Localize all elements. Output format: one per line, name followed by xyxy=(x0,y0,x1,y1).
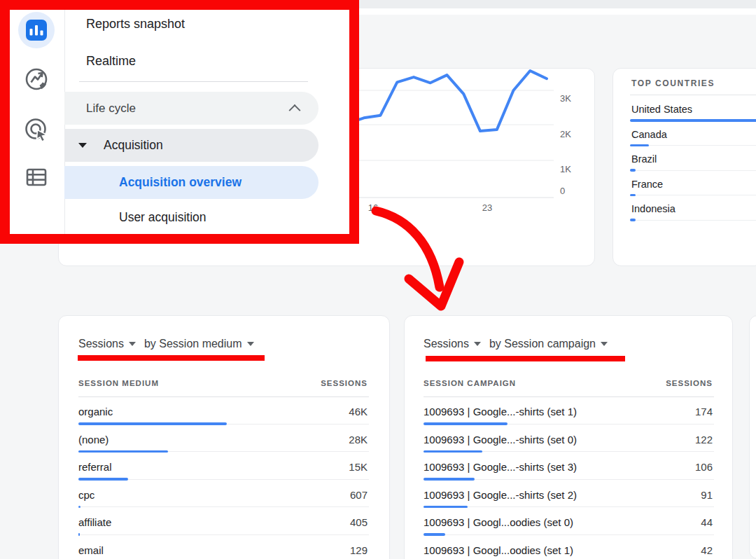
row-value: 122 xyxy=(657,434,713,446)
row-label: organic xyxy=(78,406,113,417)
country-label: Indonesia xyxy=(631,203,676,214)
row-value: 28K xyxy=(312,434,368,446)
row-value: 46K xyxy=(312,406,368,417)
svg-text:3K: 3K xyxy=(560,93,571,104)
card-header: Sessions by Session campaign xyxy=(424,338,608,350)
chevron-down-icon xyxy=(129,342,136,346)
nav-report-user-acquisition[interactable]: User acquisition xyxy=(119,203,206,231)
dimension-label: by Session medium xyxy=(144,338,242,350)
nav-label: User acquisition xyxy=(119,210,206,225)
metric-selector[interactable]: Sessions xyxy=(78,338,136,350)
divider xyxy=(630,95,756,95)
dimension-selector[interactable]: by Session campaign xyxy=(489,338,608,350)
row-label: 1009693 | Google...-shirts (set 0) xyxy=(424,434,577,446)
row-label: 1009693 | Google...-shirts (set 1) xyxy=(424,406,577,417)
row-value: 44 xyxy=(657,516,713,528)
dimension-label: by Session campaign xyxy=(489,338,596,350)
row-bar xyxy=(78,422,227,425)
country-bar xyxy=(630,219,636,221)
card-header: Sessions by Session medium xyxy=(78,338,254,350)
row-label: 1009693 | Googl...oodies (set 1) xyxy=(424,544,573,556)
row-label: email xyxy=(78,544,104,556)
row-divider xyxy=(424,534,714,535)
explore-icon[interactable] xyxy=(24,67,49,92)
next-card-edge xyxy=(749,315,756,559)
top-countries-title: TOP COUNTRIES xyxy=(631,78,715,88)
row-value: 42 xyxy=(657,544,713,556)
nav-label: Acquisition xyxy=(104,138,163,153)
row-label: cpc xyxy=(78,489,94,501)
country-bar xyxy=(630,169,636,172)
nav-item-reports-snapshot[interactable]: Reports snapshot xyxy=(86,10,185,38)
metric-label: Sessions xyxy=(424,338,469,350)
nav-topic-acquisition[interactable]: Acquisition xyxy=(64,129,318,162)
nav-report-acquisition-overview[interactable]: Acquisition overview xyxy=(64,166,318,199)
sessions-by-medium-card: Sessions by Session medium SESSION MEDIU… xyxy=(58,315,390,559)
metric-label: Sessions xyxy=(78,338,124,350)
svg-text:0: 0 xyxy=(560,186,565,196)
sessions-by-campaign-card: Sessions by Session campaign SESSION CAM… xyxy=(404,315,733,559)
metric-selector[interactable]: Sessions xyxy=(424,338,481,350)
chevron-down-icon xyxy=(474,342,481,346)
nav-label: Acquisition overview xyxy=(119,175,241,190)
row-bar xyxy=(78,450,168,453)
advertising-icon[interactable] xyxy=(24,117,49,142)
chevron-down-icon xyxy=(601,342,608,346)
svg-text:16: 16 xyxy=(368,202,378,213)
bar-track xyxy=(630,170,756,171)
row-label: 1009693 | Google...-shirts (set 3) xyxy=(424,461,577,473)
country-bar xyxy=(630,119,756,122)
dimension-selector[interactable]: by Session medium xyxy=(144,338,254,350)
divider xyxy=(78,396,369,397)
country-label: Brazil xyxy=(631,153,657,165)
ga4-acquisition-screenshot: { "colors": { "annotation_red": "#f90505… xyxy=(0,0,756,559)
row-label: 1009693 | Google...-shirts (set 2) xyxy=(424,489,577,501)
svg-text:1K: 1K xyxy=(560,164,571,174)
row-label: referral xyxy=(78,461,112,473)
row-value: 91 xyxy=(657,489,713,501)
bar-track xyxy=(630,195,756,195)
row-bar xyxy=(78,478,128,481)
top-countries-card: TOP COUNTRIES United StatesCanadaBrazilF… xyxy=(612,68,756,266)
row-value: 405 xyxy=(312,516,368,528)
red-underline-annotation xyxy=(78,355,265,361)
svg-text:2K: 2K xyxy=(560,129,571,139)
row-value: 129 xyxy=(312,544,368,556)
divider xyxy=(79,81,308,82)
row-value: 607 xyxy=(312,489,368,501)
row-value: 15K xyxy=(312,461,368,473)
column-header-dimension: SESSION MEDIUM xyxy=(78,379,159,387)
chevron-up-icon[interactable] xyxy=(289,104,301,116)
row-bar xyxy=(424,478,475,481)
nav-label: Realtime xyxy=(86,54,136,69)
nav-item-realtime[interactable]: Realtime xyxy=(86,47,136,75)
row-bar xyxy=(424,533,445,536)
divider xyxy=(424,396,714,397)
triangle-down-icon[interactable] xyxy=(78,143,87,148)
column-header-metric: SESSIONS xyxy=(321,379,368,387)
row-bar xyxy=(424,506,468,509)
bar-track xyxy=(630,220,756,221)
column-header-dimension: SESSION CAMPAIGN xyxy=(424,379,516,387)
row-bar xyxy=(78,506,80,509)
row-divider xyxy=(78,534,369,535)
country-label: United States xyxy=(631,104,692,115)
country-label: Canada xyxy=(631,129,667,140)
row-label: 1009693 | Googl...oodies (set 0) xyxy=(424,516,573,528)
country-bar xyxy=(630,144,649,147)
row-bar xyxy=(78,533,80,536)
row-bar xyxy=(424,422,507,425)
nav-collection-life-cycle[interactable]: Life cycle xyxy=(64,92,318,125)
svg-text:23: 23 xyxy=(482,202,492,213)
nav-label: Reports snapshot xyxy=(86,17,185,32)
row-divider xyxy=(78,506,369,507)
row-label: affiliate xyxy=(78,516,111,528)
chevron-down-icon xyxy=(247,342,254,346)
red-underline-annotation xyxy=(426,356,625,361)
row-label: (none) xyxy=(78,434,108,446)
country-bar xyxy=(630,194,636,197)
reports-icon[interactable] xyxy=(18,12,55,48)
library-icon[interactable] xyxy=(24,165,49,190)
row-value: 106 xyxy=(657,461,713,473)
country-label: France xyxy=(631,179,663,190)
